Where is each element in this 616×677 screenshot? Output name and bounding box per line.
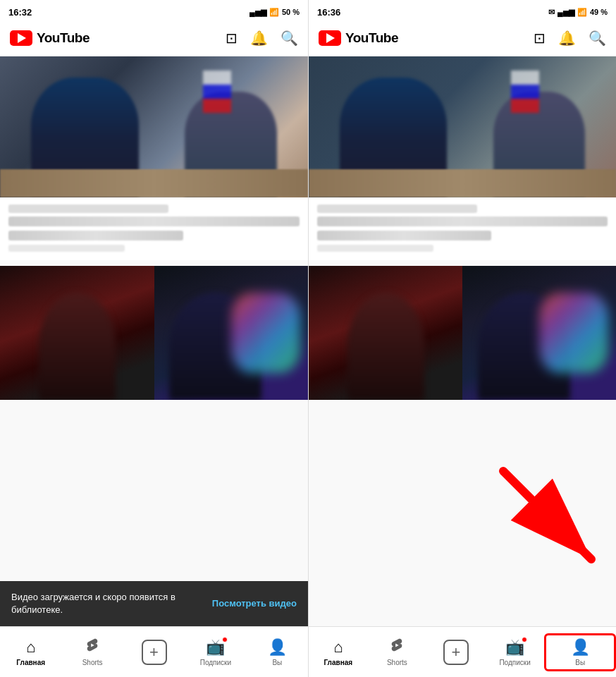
nav-you-right[interactable]: 👤 Вы [544,633,616,671]
subscriptions-icon-left: 📺 [206,638,225,657]
content-area-right [309,56,616,626]
toast-notification: Видео загружается и скоро появится в биб… [0,581,308,626]
home-label-right: Главная [324,659,352,666]
subscriptions-badge-left [222,637,228,642]
sub-blur-r1 [317,245,433,252]
shorts-row-left [0,266,308,400]
colorful-blur-left [231,293,300,373]
home-icon-left: ⌂ [26,638,35,657]
battery-right: 49 % [590,8,608,16]
time-right: 16:36 [317,7,340,18]
table-blur-r1 [309,169,616,197]
title-blur-r1b [317,231,491,240]
table-blur-1 [0,169,308,197]
yt-header-right: YouTube ⊡ 🔔 🔍 [309,20,616,56]
yt-logo-text-left: YouTube [37,30,90,46]
home-label-left: Главная [16,659,45,666]
wifi-icon-left: 📶 [269,8,279,17]
short-thumb-2-left [154,266,309,400]
email-icon-right: ✉ [548,8,555,17]
red-arrow-svg [475,457,616,584]
signal-icon-left: ▄▅▆ [250,8,266,17]
video-thumbnail-1-right [309,56,616,197]
cast-icon-right[interactable]: ⊡ [534,30,546,47]
sub-blur-1 [8,245,125,252]
short-figure-1 [39,293,116,400]
yt-header-icons-right: ⊡ 🔔 🔍 [534,30,606,47]
subscriptions-badge-right [522,637,527,642]
short-figure-r1 [347,293,424,400]
subscriptions-label-left: Подписки [200,659,231,666]
wifi-icon-right: 📶 [577,8,587,17]
title-blur-1b [8,231,183,240]
shorts-label-left: Shorts [82,659,103,666]
nav-shorts-right[interactable]: Shorts [368,632,427,672]
nav-add-right[interactable]: + [426,634,486,671]
cast-icon-left[interactable]: ⊡ [226,30,238,47]
search-icon-left[interactable]: 🔍 [281,30,298,47]
bell-icon-right[interactable]: 🔔 [558,30,576,47]
nav-home-right[interactable]: ⌂ Главная [309,633,368,672]
video-card-1-left[interactable] [0,56,308,260]
video-card-2-left[interactable] [0,266,308,400]
battery-left: 50 % [282,8,300,16]
svg-line-1 [503,471,591,559]
bell-icon-left[interactable]: 🔔 [250,30,268,47]
yt-header-left: YouTube ⊡ 🔔 🔍 [0,20,308,56]
time-left: 16:32 [8,7,32,18]
signal-icon-right: ▄▅▆ [558,8,574,17]
home-icon-right: ⌂ [333,638,343,657]
toast-text: Видео загружается и скоро появится в биб… [11,591,204,616]
shorts-icon-right [389,638,405,657]
yt-logo-right: YouTube [319,30,534,46]
you-label-left: Вы [272,659,282,666]
video-card-2-right[interactable] [309,266,616,400]
nav-add-left[interactable]: + [123,634,185,671]
short-thumb-1-right [309,266,462,400]
nav-home-left[interactable]: ⌂ Главная [0,633,61,672]
bottom-nav-right: ⌂ Главная Shorts + 📺 Подписки 👤 Вы [309,626,616,677]
bottom-nav-left: ⌂ Главная Shorts + 📺 Подписки 👤 Вы [0,626,308,677]
shorts-row-right [309,266,616,400]
title-blur-1a [8,216,300,226]
flag-blur-r1 [511,71,539,113]
search-icon-right[interactable]: 🔍 [589,30,606,47]
nav-shorts-left[interactable]: Shorts [61,632,123,672]
subscriptions-icon-right: 📺 [505,638,524,657]
you-icon-right: 👤 [571,638,590,657]
nav-subscriptions-left[interactable]: 📺 Подписки [185,633,246,672]
left-phone-panel: 16:32 ▄▅▆ 📶 50 % YouTube ⊡ 🔔 🔍 [0,0,308,677]
status-bar-right: 16:36 ✉ ▄▅▆ 📶 49 % [309,0,616,20]
toast-action-button[interactable]: Посмотреть видео [212,597,297,610]
status-bar-left: 16:32 ▄▅▆ 📶 50 % [0,0,308,20]
colorful-blur-right [539,293,608,373]
you-label-right: Вы [575,659,585,666]
title-blur-r1a [317,216,608,226]
nav-you-left[interactable]: 👤 Вы [247,633,308,672]
yt-logo-icon-left [10,30,32,46]
status-icons-left: ▄▅▆ 📶 50 % [250,8,300,17]
video-card-1-right[interactable] [309,56,616,260]
short-thumb-2-right [462,266,616,400]
content-area-left: Видео загружается и скоро появится в биб… [0,56,308,626]
add-icon-left: + [142,640,167,665]
yt-logo-icon-right [319,30,341,46]
right-phone-panel: 16:36 ✉ ▄▅▆ 📶 49 % YouTube ⊡ 🔔 🔍 [308,0,616,677]
you-icon-left: 👤 [268,638,287,657]
yt-logo-left: YouTube [10,30,226,46]
short-thumb-1-left [0,266,154,400]
video-meta-1-right [309,197,616,260]
yt-logo-text-right: YouTube [345,30,398,46]
add-icon-right: + [443,640,469,665]
video-thumbnail-1-left [0,56,308,197]
channel-blur-1 [8,205,168,213]
status-icons-right: ✉ ▄▅▆ 📶 49 % [548,8,608,17]
subscriptions-label-right: Подписки [499,659,530,666]
nav-subscriptions-right[interactable]: 📺 Подписки [486,633,545,672]
flag-blur-1 [203,71,231,113]
video-meta-1-left [0,197,308,260]
yt-header-icons-left: ⊡ 🔔 🔍 [226,30,298,47]
shorts-icon-left [85,638,100,657]
channel-blur-r1 [317,205,477,213]
shorts-label-right: Shorts [387,659,407,666]
